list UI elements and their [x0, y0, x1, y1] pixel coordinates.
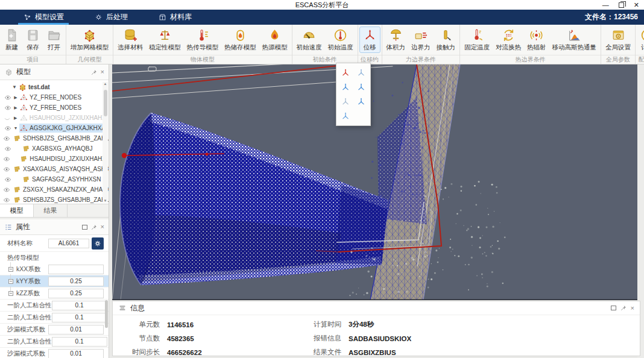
toolbar-button-open[interactable]: 打开 — [44, 27, 64, 52]
tree-node-icon[interactable] — [8, 267, 13, 272]
tree-item[interactable]: ▶YZ_FREE_NODES — [0, 102, 109, 113]
property-input[interactable] — [48, 325, 104, 334]
expand-down-icon[interactable]: ▼ — [12, 84, 17, 90]
toolbar-button-stability-scale[interactable]: 稳定性模型 — [147, 27, 183, 52]
pin-icon[interactable] — [90, 69, 98, 76]
maximize-panel-icon[interactable] — [82, 225, 87, 230]
property-input[interactable] — [48, 277, 104, 286]
toolbar-button-gauss-flux[interactable]: 移动高斯热通量 — [550, 27, 599, 52]
displacement-option-2[interactable] — [355, 66, 368, 79]
tree-item[interactable]: XSAXGAUS_AISYAQSH_ASHX — [0, 164, 109, 174]
toolbar-button-storage-battery[interactable]: 热储存模型 — [222, 27, 259, 52]
tree-item[interactable]: ▼AGSGKJKG_GJHXAJKHXA — [0, 123, 109, 133]
tree-item[interactable]: SAGFASGZ_ASYHHXSN — [0, 174, 109, 184]
eye-toggle[interactable] — [3, 115, 12, 122]
tab-后处理[interactable]: 后处理 — [87, 10, 135, 25]
eye-toggle[interactable] — [3, 166, 10, 173]
tab-模型设置[interactable]: 模型设置 — [16, 10, 71, 25]
property-input[interactable] — [52, 301, 107, 310]
properties-scrollbar[interactable] — [105, 300, 108, 328]
tree-item[interactable]: ▶YZ_FREE_NODES — [0, 92, 109, 102]
axis-option-icon — [356, 82, 367, 93]
property-input[interactable] — [48, 349, 104, 358]
displacement-option-3[interactable] — [339, 81, 353, 93]
toolbar-button-new-file[interactable]: 新建 — [2, 27, 22, 52]
property-row: kYY系数 — [0, 275, 109, 287]
tree-item[interactable]: HSAUHDISU_JZXIUXHAHX — [0, 154, 109, 164]
pin-icon[interactable] — [620, 304, 627, 312]
eye-toggle[interactable] — [3, 186, 10, 193]
scroll-down-icon[interactable]: ▼ — [104, 199, 107, 203]
displacement-option-1[interactable] — [339, 66, 353, 79]
toolbar-button-radiation[interactable]: 热辐射 — [525, 27, 549, 52]
expand-right-icon[interactable]: ▶ — [13, 105, 18, 110]
scroll-up-icon[interactable]: ▲ — [104, 82, 107, 86]
property-input[interactable] — [48, 289, 104, 298]
tree-item[interactable]: ▶HSAUHOISU_JZXIUXHAHX — [0, 113, 109, 123]
close-icon[interactable]: × — [631, 305, 634, 312]
tree-item[interactable]: SDHSBJZS_GHSABJHB_ZAHU — [0, 195, 109, 204]
scroll-thumb[interactable] — [104, 90, 107, 116]
toolbar-button-body-force[interactable]: 体积力 — [384, 27, 408, 52]
toolbar-button-displacement-axis[interactable]: 位移 — [360, 27, 380, 52]
toolbar-button-fixed-temp[interactable]: 固定温度 — [462, 27, 492, 52]
eye-toggle[interactable] — [3, 125, 12, 132]
expand-down-icon[interactable]: ▼ — [13, 126, 18, 130]
maximize-button[interactable] — [619, 2, 624, 8]
toolbar-button-contact-force[interactable]: 接触力 — [434, 27, 458, 52]
tab-材料库[interactable]: 材料库 — [151, 10, 199, 25]
toolbar-button-convection[interactable]: 对流换热 — [493, 27, 523, 52]
property-input[interactable] — [52, 313, 107, 322]
tree-node-icon[interactable] — [8, 291, 13, 296]
tree-root-item[interactable]: ▼test.dat — [0, 82, 109, 92]
eye-toggle[interactable] — [3, 176, 12, 183]
tree-item[interactable]: ZSXGX_HSAKAZNZXK_AHASX — [0, 184, 109, 195]
material-name-input[interactable] — [48, 239, 89, 248]
displacement-option-4[interactable] — [355, 81, 368, 93]
close-icon[interactable]: × — [101, 69, 104, 75]
material-settings-button[interactable] — [92, 237, 104, 250]
displacement-option-6[interactable] — [355, 95, 368, 108]
close-icon[interactable]: × — [101, 224, 104, 230]
eye-toggle[interactable] — [3, 94, 12, 101]
pin-icon[interactable] — [90, 224, 98, 231]
toolbar-button-heat-flame[interactable]: 热源模型 — [260, 27, 290, 52]
toolbar-button-label: 对流换热 — [496, 43, 521, 52]
maximize-panel-icon[interactable] — [611, 306, 616, 310]
sidebar-tab-结果[interactable]: 结果 — [34, 204, 68, 217]
sidebar-tab-模型[interactable]: 模型 — [0, 204, 34, 217]
toolbar-button-conduction-thermo[interactable]: 热传导模型 — [185, 27, 221, 52]
eye-icon — [4, 125, 11, 132]
toolbar-button-label: 边界力 — [411, 43, 431, 52]
toolbar-button-boundary-force[interactable]: 边界力 — [409, 27, 433, 52]
displacement-option-5[interactable] — [339, 95, 353, 108]
toolbar-button-init-velocity[interactable]: 初始速度 — [294, 27, 324, 52]
minimize-button[interactable]: — — [602, 1, 609, 9]
property-input[interactable] — [48, 265, 104, 274]
close-button[interactable]: ✕ — [634, 1, 639, 9]
property-input[interactable] — [52, 337, 107, 347]
tree-scrollbar[interactable]: ▲ ▼ — [103, 82, 108, 203]
eye-toggle[interactable] — [3, 155, 11, 163]
axis-option-icon — [340, 111, 351, 122]
expand-right-icon[interactable]: ▶ — [13, 116, 18, 121]
displacement-dropdown — [336, 63, 371, 126]
eye-toggle[interactable] — [3, 196, 10, 204]
tree-node-icon[interactable] — [8, 279, 13, 284]
toolbar-button-compute[interactable]: 计算 — [637, 27, 644, 52]
tree-item[interactable]: XAGBSXG_AYHAQBJ — [0, 143, 109, 154]
eye-toggle[interactable] — [3, 104, 12, 111]
eye-toggle[interactable] — [3, 145, 12, 152]
displacement-option-7[interactable] — [339, 110, 353, 122]
toolbar-button-mesh-cube[interactable]: 增加网格模型 — [68, 27, 111, 52]
mesh-cube-icon — [18, 83, 27, 92]
eye-toggle[interactable] — [3, 135, 10, 142]
toolbar-button-global-settings[interactable]: 全局设置 — [603, 27, 633, 52]
viewport-3d[interactable] — [112, 64, 637, 300]
toolbar-button-save[interactable]: 保存 — [23, 27, 43, 52]
tree-item[interactable]: SDHSBJZS_GHSABJHB_ZAHU — [0, 133, 109, 143]
toolbar-button-init-temp[interactable]: 初始温度 — [326, 27, 356, 52]
list-icon — [4, 223, 13, 231]
toolbar-button-material-db[interactable]: 选择材料 — [115, 27, 145, 52]
expand-right-icon[interactable]: ▶ — [13, 95, 18, 100]
